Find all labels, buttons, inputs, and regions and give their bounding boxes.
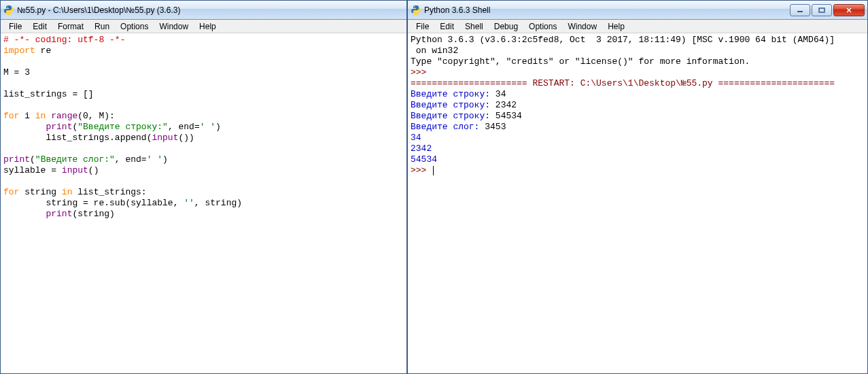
editor-menu-help[interactable]: Help	[194, 20, 222, 33]
code-line: M = 3	[3, 67, 404, 78]
svg-rect-1	[819, 8, 824, 12]
code-line: syllable = input()	[3, 165, 404, 176]
code-line: print("Введите слог:", end=' ')	[3, 154, 404, 165]
shell-title: Python 3.6.3 Shell	[424, 5, 788, 15]
editor-menu-run[interactable]: Run	[89, 20, 115, 33]
output-line: Введите строку: 2342	[411, 100, 865, 111]
output-line: 2342	[411, 143, 865, 154]
editor-menubar: FileEditFormatRunOptionsWindowHelp	[1, 20, 406, 33]
code-line: print(string)	[3, 209, 404, 220]
output-line: 34	[411, 133, 865, 143]
window-controls	[788, 4, 865, 16]
output-line: on win32	[411, 46, 865, 56]
shell-menu-help[interactable]: Help	[602, 20, 630, 33]
output-line: ====================== RESTART: C:\Users…	[411, 78, 865, 89]
editor-content[interactable]: # -*- coding: utf-8 -*-import re M = 3 l…	[1, 33, 406, 373]
shell-menu-debug[interactable]: Debug	[489, 20, 523, 33]
editor-menu-file[interactable]: File	[3, 20, 27, 33]
output-line: Python 3.6.3 (v3.6.3:2c5fed8, Oct 3 2017…	[411, 35, 865, 46]
code-line: for string in list_strings:	[3, 187, 404, 198]
editor-menu-options[interactable]: Options	[115, 20, 154, 33]
minimize-button[interactable]	[790, 4, 810, 16]
code-line: # -*- coding: utf-8 -*-	[3, 35, 404, 46]
output-line: Введите слог: 3453	[411, 122, 865, 133]
output-line: Type "copyright", "credits" or "license(…	[411, 56, 865, 67]
shell-menu-options[interactable]: Options	[523, 20, 562, 33]
output-line: 54534	[411, 154, 865, 165]
code-line: for i in range(0, M):	[3, 111, 404, 122]
maximize-button[interactable]	[812, 4, 832, 16]
code-line	[3, 143, 404, 154]
editor-window: №55.py - C:\Users\1\Desktop\№55.py (3.6.…	[0, 0, 407, 374]
editor-menu-format[interactable]: Format	[52, 20, 89, 33]
shell-content[interactable]: Python 3.6.3 (v3.6.3:2c5fed8, Oct 3 2017…	[408, 33, 867, 373]
output-line: Введите строку: 34	[411, 89, 865, 100]
shell-menu-window[interactable]: Window	[562, 20, 602, 33]
editor-title: №55.py - C:\Users\1\Desktop\№55.py (3.6.…	[17, 5, 404, 15]
python-icon	[411, 5, 421, 16]
close-button[interactable]	[833, 4, 865, 16]
output-line: >>>	[411, 67, 865, 78]
editor-titlebar[interactable]: №55.py - C:\Users\1\Desktop\№55.py (3.6.…	[1, 1, 406, 20]
code-line	[3, 176, 404, 187]
code-line: import re	[3, 46, 404, 56]
code-line: list_strings.append(input())	[3, 133, 404, 143]
code-line	[3, 56, 404, 67]
text-cursor	[433, 166, 434, 175]
shell-titlebar[interactable]: Python 3.6.3 Shell	[408, 1, 867, 20]
shell-menubar: FileEditShellDebugOptionsWindowHelp	[408, 20, 867, 33]
code-line	[3, 100, 404, 111]
output-line: >>>	[411, 165, 865, 176]
shell-menu-file[interactable]: File	[411, 20, 434, 33]
code-line	[3, 78, 404, 89]
python-icon	[3, 5, 14, 16]
output-line: Введите строку: 54534	[411, 111, 865, 122]
code-line: string = re.sub(syllable, '', string)	[3, 198, 404, 209]
shell-menu-shell[interactable]: Shell	[459, 20, 489, 33]
editor-menu-edit[interactable]: Edit	[27, 20, 52, 33]
code-line: print("Введите строку:", end=' ')	[3, 122, 404, 133]
editor-menu-window[interactable]: Window	[154, 20, 194, 33]
code-line: list_strings = []	[3, 89, 404, 100]
shell-menu-edit[interactable]: Edit	[434, 20, 459, 33]
shell-window: Python 3.6.3 Shell FileEditShellDebugOpt…	[407, 0, 868, 374]
svg-rect-0	[797, 11, 803, 12]
